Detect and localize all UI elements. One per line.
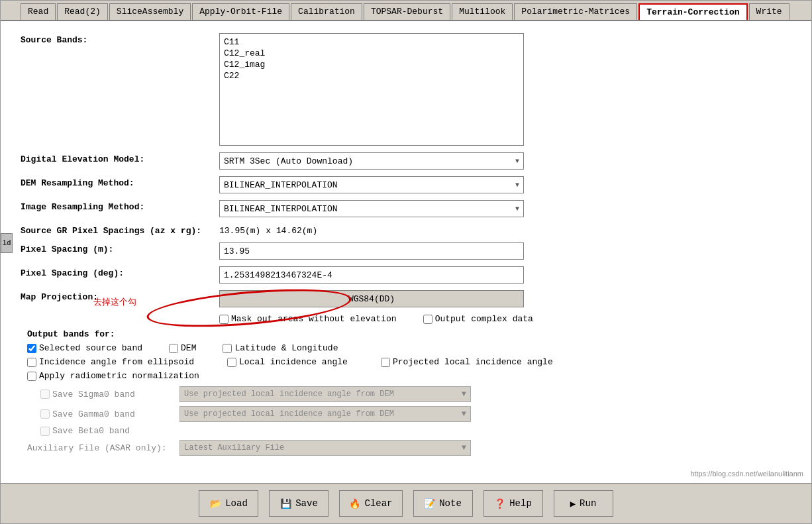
dem-control: SRTM 3Sec (Auto Download) ▼ bbox=[219, 152, 791, 170]
sidebar-indicator: ld bbox=[1, 233, 13, 253]
beta0-checkbox[interactable] bbox=[40, 427, 50, 436]
dem-dropdown[interactable]: SRTM 3Sec (Auto Download) ▼ bbox=[219, 152, 524, 170]
aux-file-dropdown[interactable]: Latest Auxiliary File ▼ bbox=[179, 440, 471, 456]
clear-icon: 🔥 bbox=[349, 498, 360, 509]
sigma0-row: Save Sigma0 band Use projected local inc… bbox=[21, 386, 791, 402]
aux-file-arrow-icon: ▼ bbox=[462, 443, 466, 452]
dem-arrow-icon: ▼ bbox=[515, 158, 519, 165]
pixel-spacing-deg-label: Pixel Spacing (deg): bbox=[21, 266, 219, 278]
button-bar: 📂 Load 💾 Save 🔥 Clear 📝 Note ❓ Help ▶ Ru… bbox=[1, 483, 811, 523]
tab-read2[interactable]: Read(2) bbox=[57, 3, 108, 20]
save-label: Save bbox=[295, 498, 318, 509]
beta0-text: Save Beta0 band bbox=[52, 426, 130, 436]
pixel-spacing-deg-input[interactable] bbox=[219, 266, 524, 284]
dem-band-text: DEM bbox=[181, 343, 196, 353]
gamma0-checkbox[interactable] bbox=[40, 409, 50, 419]
tab-apply-orbit-file[interactable]: Apply-Orbit-File bbox=[192, 3, 289, 20]
tab-calibration[interactable]: Calibration bbox=[291, 3, 362, 20]
help-button[interactable]: ❓ Help bbox=[483, 490, 543, 517]
dem-row: Digital Elevation Model: SRTM 3Sec (Auto… bbox=[21, 152, 791, 170]
source-gr-label: Source GR Pixel Spacings (az x rg): bbox=[21, 224, 219, 236]
incidence-ellipsoid-checkbox[interactable] bbox=[27, 358, 36, 367]
selected-source-band-checkbox[interactable] bbox=[27, 344, 36, 353]
band-c22[interactable]: C22 bbox=[223, 70, 521, 81]
source-bands-control: C11 C12_real C12_imag C22 bbox=[219, 33, 791, 146]
aux-file-label: Auxiliary File (ASAR only): bbox=[27, 443, 173, 453]
output-bands-row2: Incidence angle from ellipsoid Local inc… bbox=[21, 357, 791, 367]
incidence-ellipsoid-text: Incidence angle from ellipsoid bbox=[39, 357, 194, 367]
watermark: https://blog.csdn.net/weilanulitianm bbox=[690, 470, 803, 478]
incidence-ellipsoid-label[interactable]: Incidence angle from ellipsoid bbox=[27, 357, 194, 367]
gamma0-dropdown-arrow-icon: ▼ bbox=[462, 409, 466, 419]
map-projection-control: WGS84(DD) bbox=[219, 290, 791, 307]
pixel-spacing-deg-control bbox=[219, 266, 791, 284]
load-button[interactable]: 📂 Load bbox=[199, 490, 258, 517]
sigma0-label[interactable]: Save Sigma0 band bbox=[40, 390, 173, 399]
gamma0-dropdown-value: Use projected local incidence angle from… bbox=[184, 409, 394, 419]
dem-label: Digital Elevation Model: bbox=[21, 152, 219, 164]
main-window: Read Read(2) SliceAssembly Apply-Orbit-F… bbox=[0, 0, 812, 524]
source-bands-row: Source Bands: C11 C12_real C12_imag C22 bbox=[21, 33, 791, 146]
output-complex-checkbox[interactable] bbox=[423, 315, 432, 324]
band-c11[interactable]: C11 bbox=[223, 36, 521, 48]
sigma0-checkbox[interactable] bbox=[40, 390, 50, 399]
apply-radiometric-checkbox[interactable] bbox=[27, 372, 36, 381]
pixel-spacing-m-control bbox=[219, 242, 791, 260]
tab-polarimetric-matrices[interactable]: Polarimetric-Matrices bbox=[514, 3, 637, 20]
tab-topsar-deburst[interactable]: TOPSAR-Deburst bbox=[364, 3, 450, 20]
note-label: Note bbox=[439, 498, 462, 509]
local-incidence-checkbox[interactable] bbox=[227, 358, 236, 367]
dem-resampling-label: DEM Resampling Method: bbox=[21, 176, 219, 188]
save-button[interactable]: 💾 Save bbox=[269, 490, 329, 517]
gamma0-label[interactable]: Save Gamma0 band bbox=[40, 409, 173, 419]
source-gr-row: Source GR Pixel Spacings (az x rg): 13.9… bbox=[21, 224, 791, 236]
lat-lon-label[interactable]: Latitude & Longitude bbox=[223, 343, 338, 353]
band-c12-imag[interactable]: C12_imag bbox=[223, 59, 521, 70]
pixel-spacing-m-input[interactable] bbox=[219, 242, 524, 260]
mask-label[interactable]: Mask out areas without elevation bbox=[219, 314, 397, 324]
run-icon: ▶ bbox=[570, 498, 576, 509]
local-incidence-text: Local incidence angle bbox=[239, 357, 348, 367]
dem-band-checkbox[interactable] bbox=[169, 344, 178, 353]
gamma0-dropdown[interactable]: Use projected local incidence angle from… bbox=[179, 406, 471, 422]
dem-resampling-dropdown[interactable]: BILINEAR_INTERPOLATION ▼ bbox=[219, 176, 524, 193]
mask-output-row: Mask out areas without elevation Output … bbox=[213, 314, 791, 324]
selected-source-band-text: Selected source band bbox=[39, 343, 142, 353]
output-bands-label: Output bands for: bbox=[21, 329, 791, 339]
pixel-spacing-deg-row: Pixel Spacing (deg): bbox=[21, 266, 791, 284]
gamma0-row: Save Gamma0 band Use projected local inc… bbox=[21, 406, 791, 422]
projected-local-checkbox[interactable] bbox=[381, 358, 390, 367]
source-bands-list[interactable]: C11 C12_real C12_imag C22 bbox=[219, 33, 524, 146]
map-projection-value: WGS84(DD) bbox=[348, 294, 395, 304]
dem-band-label[interactable]: DEM bbox=[169, 343, 196, 353]
local-incidence-label[interactable]: Local incidence angle bbox=[227, 357, 348, 367]
clear-button[interactable]: 🔥 Clear bbox=[339, 490, 402, 517]
dem-resampling-row: DEM Resampling Method: BILINEAR_INTERPOL… bbox=[21, 176, 791, 193]
run-button[interactable]: ▶ Run bbox=[554, 490, 613, 517]
tab-slice-assembly[interactable]: SliceAssembly bbox=[109, 3, 191, 20]
output-complex-label[interactable]: Output complex data bbox=[423, 314, 533, 324]
selected-source-band-label[interactable]: Selected source band bbox=[27, 343, 142, 353]
content-area: ld Source Bands: C11 C12_real C12_imag C… bbox=[1, 21, 811, 483]
apply-radiometric-text: Apply radiometric normalization bbox=[39, 371, 199, 381]
beta0-label[interactable]: Save Beta0 band bbox=[40, 426, 173, 436]
image-resampling-dropdown[interactable]: BILINEAR_INTERPOLATION ▼ bbox=[219, 200, 524, 217]
sigma0-text: Save Sigma0 band bbox=[52, 390, 135, 399]
dem-resampling-arrow-icon: ▼ bbox=[515, 182, 519, 189]
output-bands-row1: Selected source band DEM Latitude & Long… bbox=[21, 343, 791, 353]
map-projection-row: Map Projection: WGS84(DD) bbox=[21, 290, 791, 307]
tab-write[interactable]: Write bbox=[749, 3, 789, 20]
pixel-spacing-m-label: Pixel Spacing (m): bbox=[21, 242, 219, 254]
projected-local-label[interactable]: Projected local incidence angle bbox=[381, 357, 553, 367]
map-projection-button[interactable]: WGS84(DD) bbox=[219, 290, 524, 307]
sigma0-dropdown[interactable]: Use projected local incidence angle from… bbox=[179, 386, 471, 402]
help-label: Help bbox=[509, 498, 532, 509]
tab-terrain-correction[interactable]: Terrain-Correction bbox=[638, 3, 747, 20]
mask-checkbox[interactable] bbox=[219, 315, 228, 324]
apply-radiometric-label[interactable]: Apply radiometric normalization bbox=[27, 371, 199, 381]
tab-read[interactable]: Read bbox=[21, 3, 56, 20]
band-c12-real[interactable]: C12_real bbox=[223, 48, 521, 59]
tab-multilook[interactable]: Multilook bbox=[452, 3, 513, 20]
note-button[interactable]: 📝 Note bbox=[413, 490, 473, 517]
lat-lon-checkbox[interactable] bbox=[223, 344, 232, 353]
